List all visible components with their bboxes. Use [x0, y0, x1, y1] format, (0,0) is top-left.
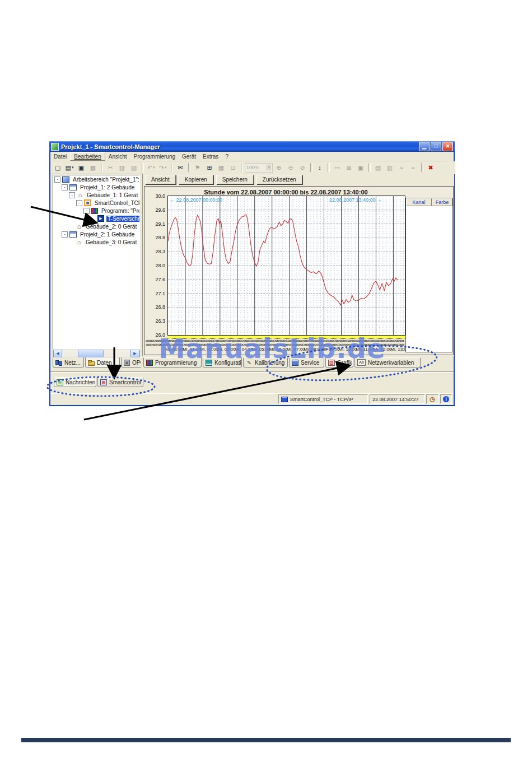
scrollbar-thumb[interactable] — [78, 350, 104, 357]
menu-bar: DateiBearbeitenAnsichtProgrammierungGerä… — [50, 152, 454, 161]
toolbar-separator — [368, 163, 371, 172]
zoom-in-button: ⊕ — [273, 162, 284, 173]
house-icon — [76, 224, 82, 230]
tab-nachrichten[interactable]: ✉Nachrichten — [54, 377, 96, 387]
status-bar: SmartControl_TCP - TCP/IP 22.08.2007 14:… — [50, 393, 454, 404]
range-end-label: 22.08.2007 13:40:00 → — [329, 197, 382, 203]
window-close-button: ⊠ — [343, 162, 354, 173]
opc-icon: ≣ — [124, 360, 130, 366]
chart-plot[interactable] — [167, 196, 405, 336]
legend-col-kanal[interactable]: Kanal — [406, 198, 432, 206]
y-tick-label: 30.0 — [146, 193, 165, 199]
window-close-icon: ⊠ — [346, 163, 351, 172]
tree-item-projekt-1-2-g[interactable]: -Projekt_1: 2 Gebäude — [53, 183, 139, 191]
tree-item-geb-ude-1-1-g[interactable]: -Gebäude_1: 1 Gerät — [53, 191, 139, 199]
new-button[interactable]: ▢ — [52, 162, 63, 173]
menu-bearbeiten[interactable]: Bearbeiten — [70, 152, 105, 161]
save-icon: ▣ — [78, 163, 84, 172]
close-button[interactable]: ✕ — [442, 142, 453, 151]
menu-programmierung[interactable]: Programmierung — [130, 153, 179, 160]
tree-item-smartcontrol-t[interactable]: -▦SmartControl_TCP — [53, 199, 139, 207]
info-icon: i — [443, 396, 449, 402]
receive-button: « — [408, 162, 419, 173]
project-icon — [69, 231, 77, 238]
timer-cell[interactable] — [426, 394, 438, 404]
tree-item-label: Gebäude_3: 0 Gerät — [85, 239, 138, 245]
scroll-left-icon[interactable]: ◀ — [53, 350, 62, 357]
tab-opc[interactable]: ≣OPC-... — [121, 357, 141, 368]
export-icon: ▤ — [375, 163, 381, 172]
house-icon — [77, 192, 83, 198]
tree-item-geb-ude-3-0-g[interactable]: Gebäude_3: 0 Gerät — [53, 238, 139, 246]
collapse-icon[interactable]: - — [76, 200, 82, 206]
title-bar[interactable]: Projekt_1 - Smartcontrol-Manager ▁ □ ✕ — [49, 141, 455, 152]
zoom-reset-icon: ⊘ — [300, 163, 305, 172]
new-icon: ▢ — [55, 163, 60, 172]
stop-button[interactable]: ✖ — [425, 162, 436, 173]
toolbar-separator — [188, 163, 190, 172]
tree-item-geb-ude-2-0-g[interactable]: Gebäude_2: 0 Gerät — [53, 222, 139, 230]
measure-button[interactable]: ⊞ — [204, 162, 215, 173]
right-arrow-icon: → — [377, 197, 382, 203]
preview-icon: ⊡ — [230, 163, 235, 172]
tree-item-projekt-2-1-g[interactable]: -Projekt_2: 1 Gebäude — [53, 230, 139, 238]
zoom-level-value: 100% — [246, 165, 259, 170]
save-button[interactable]: ▣ — [76, 162, 87, 173]
window-new-icon: ▭ — [334, 163, 340, 172]
minimize-button[interactable]: ▁ — [419, 142, 430, 151]
menu-extras[interactable]: Extras — [199, 153, 222, 160]
scroll-right-icon[interactable]: ▶ — [130, 350, 139, 357]
window-title: Projekt_1 - Smartcontrol-Manager — [61, 143, 418, 150]
collapse-icon[interactable]: - — [83, 208, 90, 214]
tree-item-label: Arbeitsbereich "Projekt_1": 2 Proje — [72, 176, 139, 183]
app-window: Projekt_1 - Smartcontrol-Manager ▁ □ ✕ D… — [49, 141, 455, 406]
page-icon: ↕ — [318, 163, 321, 172]
menu-datei[interactable]: Datei — [50, 153, 70, 160]
tree-item-t-serverschran[interactable]: ▶T-Serverschrank — [53, 215, 139, 222]
tree-item-arbeitsbereich[interactable]: -Arbeitsbereich "Projekt_1": 2 Proje — [53, 175, 139, 183]
runner-icon: ▶ — [97, 215, 104, 222]
collapse-icon[interactable]: - — [54, 176, 60, 183]
explorer-tabs: Netz...Daten≣OPC-... — [53, 357, 141, 368]
y-tick-label: 29.1 — [146, 221, 165, 227]
zoom-select: 100%▾ — [245, 163, 273, 173]
tab-smartcontrol[interactable]: ▦Smartcontrol — [97, 377, 143, 387]
menu-help[interactable]: ? — [222, 153, 232, 160]
collapse-icon[interactable]: - — [62, 184, 68, 190]
undo-button: ↶▾ — [146, 162, 157, 173]
save-all-button: ▦ — [87, 162, 99, 173]
collapse-icon[interactable]: - — [69, 192, 75, 198]
tree-item-label: Gebäude_1: 1 Gerät — [86, 192, 139, 198]
tab-daten[interactable]: Daten — [85, 357, 120, 368]
workspace-icon — [62, 176, 69, 183]
window-cascade-icon: ▣ — [358, 163, 363, 172]
smartcontrol-icon: ▦ — [100, 379, 107, 385]
zur-cksetzen-button[interactable]: Zurücksetzen — [256, 175, 302, 184]
legend-col-farbe[interactable]: Farbe — [432, 198, 452, 206]
maximize-button[interactable]: □ — [431, 142, 441, 151]
tree-spacer — [69, 224, 74, 229]
collapse-icon[interactable]: - — [62, 231, 68, 238]
menu-ger-t[interactable]: Gerät — [179, 153, 199, 160]
house-icon — [76, 239, 82, 245]
watermark: ManualsLib.de — [158, 333, 385, 364]
properties-button[interactable]: ✉ — [175, 162, 186, 173]
chart-title: Stunde vom 22.08.2007 00:00:00 bis 22.08… — [167, 189, 404, 196]
tab-netz[interactable]: Netz... — [53, 357, 84, 368]
open-button[interactable]: ▤▾ — [64, 162, 75, 173]
project-tree: -Arbeitsbereich "Projekt_1": 2 Proje-Pro… — [53, 175, 140, 350]
tree-spacer — [69, 240, 74, 245]
speichern-button[interactable]: Speichern — [216, 175, 254, 184]
menu-ansicht[interactable]: Ansicht — [105, 153, 130, 160]
info-cell[interactable]: i — [440, 394, 452, 404]
toolbar-separator — [171, 163, 173, 172]
tree-item-programm-pro[interactable]: -Programm: "Progra — [53, 207, 139, 215]
toolbar-separator — [421, 163, 423, 172]
kopieren-button[interactable]: Kopieren — [179, 175, 213, 184]
send-icon: » — [400, 163, 403, 172]
y-tick-label: 28.8 — [146, 235, 165, 240]
tree-horizontal-scrollbar[interactable]: ◀ ▶ — [53, 350, 140, 357]
app-icon — [51, 143, 59, 151]
ansicht-button[interactable]: Ansicht — [145, 175, 176, 184]
page-button[interactable]: ↕ — [314, 162, 325, 173]
